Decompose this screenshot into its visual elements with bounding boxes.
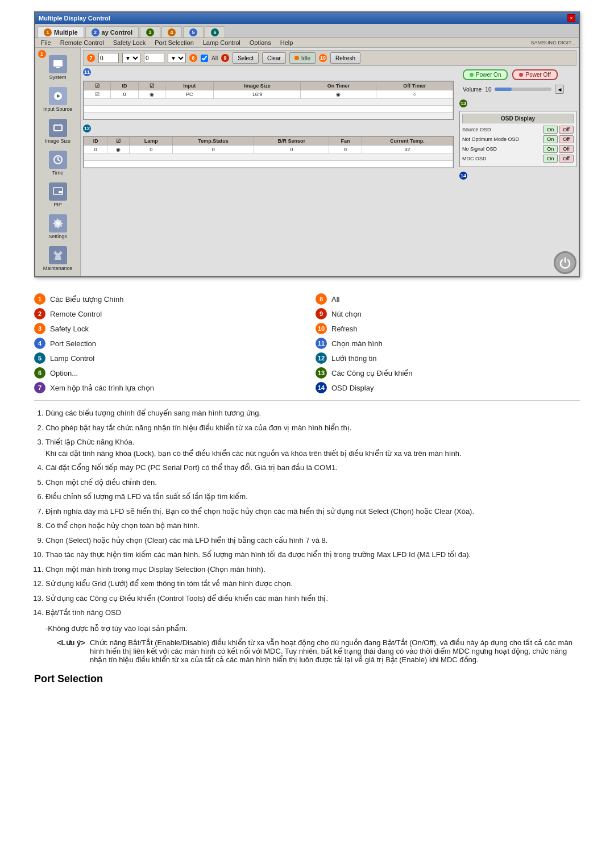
volume-value: 10 <box>485 86 491 93</box>
cell-input-value: PC <box>165 90 214 99</box>
legend-label-14: OSD Display <box>331 384 374 392</box>
col-off-timer: Off Timer <box>376 82 453 90</box>
menu-port-selection[interactable]: Port Selection <box>150 38 198 47</box>
not-optimum-osd-off[interactable]: Off <box>559 135 574 143</box>
input-source-icon <box>49 87 67 105</box>
table-row[interactable] <box>84 106 453 113</box>
sidebar-item-image-size[interactable]: Image Size <box>38 116 78 147</box>
refresh-button[interactable]: Refresh <box>330 52 360 64</box>
body-split: 11 ☑ ID ☑ Input Image Size <box>83 68 576 274</box>
divider <box>34 400 580 401</box>
sidebar-badge-1: 1 <box>38 50 46 58</box>
osd-title: OSD Display <box>462 114 574 123</box>
lfd-separator[interactable]: ▼ <box>122 53 140 63</box>
legend-2: 2 Remote Control <box>34 308 298 319</box>
sidebar: 1 System Input Source Image Size <box>35 48 81 276</box>
sidebar-item-pip[interactable]: PIP <box>38 180 78 210</box>
legend-4: 4 Port Selection <box>34 338 298 349</box>
list-item-5: Chọn một chế độ điều chỉnh đèn. <box>45 477 580 488</box>
badge-13: 13 <box>459 99 467 107</box>
sidebar-item-maintenance[interactable]: Maintenance <box>38 243 78 274</box>
osd-no-signal-toggle: On Off <box>543 145 574 153</box>
legend-11: 11 Chọn màn hình <box>316 338 580 349</box>
table-row[interactable] <box>84 154 453 161</box>
power-on-dot <box>470 73 474 77</box>
volume-slider[interactable] <box>495 88 551 91</box>
close-button[interactable]: × <box>567 14 575 22</box>
table-row[interactable]: 0 ◉ 0 0 0 0 32 <box>84 146 453 154</box>
lfd-separator-2[interactable]: ▼ <box>168 53 186 63</box>
legend-8: 8 All <box>316 293 580 305</box>
legend-5: 5 Lamp Control <box>34 352 298 364</box>
all-checkbox[interactable] <box>201 55 208 62</box>
menu-remote-control[interactable]: Remote Control <box>56 38 109 47</box>
table-row[interactable]: ☑ 0 ◉ PC 16:9 ◉ ○ <box>84 90 453 99</box>
clear-button[interactable]: Clear <box>262 52 286 64</box>
tab-display-label: ay Control <box>102 29 132 36</box>
cell-on-timer: ◉ <box>301 90 376 99</box>
table-row[interactable] <box>84 99 453 106</box>
cell-id-b: 0 <box>84 146 107 154</box>
sidebar-item-time[interactable]: Time <box>38 148 78 178</box>
tabs-row: 1 Multiple 2 ay Control 3 4 5 6 <box>35 24 579 38</box>
tab-display-control[interactable]: 2 ay Control <box>85 26 139 38</box>
cell-id: 0 <box>110 90 139 99</box>
source-osd-on[interactable]: On <box>543 126 558 134</box>
tab-6[interactable]: 6 <box>205 26 225 38</box>
legend-label-3: Safety Lock <box>50 325 89 333</box>
legend-num-13: 13 <box>316 367 327 379</box>
select-button[interactable]: Select <box>233 52 259 64</box>
table-row[interactable] <box>84 161 453 168</box>
legend-label-8: All <box>331 295 339 304</box>
volume-row: Volume 10 ◄ <box>459 84 576 95</box>
cell-temp: 0 <box>173 146 254 154</box>
mdc-osd-on[interactable]: On <box>543 155 558 163</box>
osd-not-optimum-toggle: On Off <box>543 135 574 143</box>
svg-rect-1 <box>56 67 60 68</box>
menu-help[interactable]: Help <box>276 38 298 47</box>
tab-4[interactable]: 4 <box>161 26 182 38</box>
idle-button[interactable]: Idle <box>289 52 316 64</box>
legend-label-6: Option... <box>50 369 78 377</box>
menu-lamp-control[interactable]: Lamp Control <box>198 38 245 47</box>
list-item-11: Chọn một màn hình trong mục Display Sele… <box>45 564 580 575</box>
idle-dot <box>294 56 299 60</box>
pip-icon <box>49 182 67 201</box>
cell-off-timer: ○ <box>376 90 453 99</box>
lfd-id-to-input[interactable] <box>144 53 164 63</box>
note-block: -Không được hỗ trợ tùy vào loại sản phẩm… <box>45 624 580 633</box>
list-item-3: Thiết lập Chức năng Khóa.Khi cài đặt tín… <box>45 437 580 459</box>
menu-options[interactable]: Options <box>245 38 276 47</box>
sidebar-item-input-source[interactable]: Input Source <box>38 84 78 115</box>
legend-label-13: Các Công cụ Điều khiển <box>331 369 413 377</box>
tab-3[interactable]: 3 <box>140 26 160 38</box>
volume-down-button[interactable]: ◄ <box>555 85 564 94</box>
badge-7: 7 <box>87 54 95 62</box>
tab-5[interactable]: 5 <box>183 26 204 38</box>
power-circle-button[interactable] <box>554 251 576 274</box>
list-item-12: Sử dụng kiểu Grid (Lưới) để xem thông ti… <box>45 578 580 589</box>
legend-13: 13 Các Công cụ Điều khiển <box>316 367 580 379</box>
list-item-7: Định nghĩa dãy mã LFD sẽ hiển thị. Bạn c… <box>45 506 580 517</box>
cell-checkbox: ☑ <box>84 90 111 99</box>
power-on-button[interactable]: Power On <box>463 69 508 80</box>
mdc-body: 1 System Input Source Image Size <box>35 48 579 276</box>
tab-multiple[interactable]: 1 Multiple <box>38 26 84 38</box>
lfd-id-from-input[interactable] <box>98 53 119 63</box>
col-id: ID <box>110 82 139 90</box>
power-off-button[interactable]: Power Off <box>512 69 557 80</box>
no-signal-osd-on[interactable]: On <box>543 145 558 153</box>
legend-label-11: Chọn màn hình <box>331 339 383 348</box>
not-optimum-osd-on[interactable]: On <box>543 135 558 143</box>
cell-check-b: ◉ <box>107 146 130 154</box>
list-item-9: Chọn (Select) hoặc hủy chọn (Clear) các … <box>45 535 580 546</box>
menu-safety-lock[interactable]: Safety Lock <box>109 38 150 47</box>
mdc-osd-off[interactable]: Off <box>559 155 574 163</box>
no-signal-osd-off[interactable]: Off <box>559 145 574 153</box>
table-row[interactable] <box>84 113 453 119</box>
all-label: All <box>211 55 218 61</box>
legend-label-4: Port Selection <box>50 339 96 348</box>
sidebar-item-settings[interactable]: Settings <box>38 211 78 242</box>
source-osd-off[interactable]: Off <box>559 126 574 134</box>
menu-file[interactable]: File <box>36 38 56 47</box>
